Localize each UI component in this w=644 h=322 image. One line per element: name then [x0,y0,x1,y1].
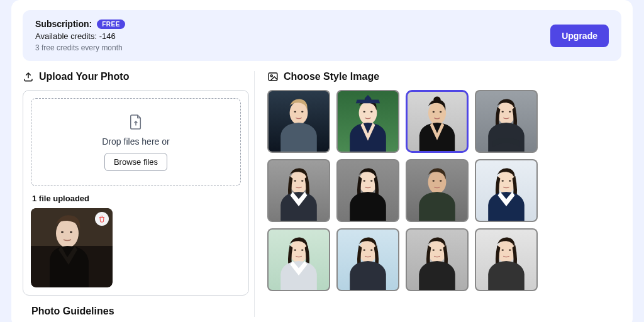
svg-point-6 [270,75,272,77]
svg-point-3 [61,231,64,233]
svg-point-52 [440,249,441,250]
browse-files-button[interactable]: Browse files [104,153,167,171]
style-extra-3[interactable] [475,228,538,291]
choose-style-title: Choose Style Image [267,71,621,82]
svg-point-28 [301,180,303,181]
style-athletic[interactable] [406,90,469,153]
choose-style-title-text: Choose Style Image [284,71,379,82]
image-icon [267,71,279,82]
svg-point-56 [509,249,511,250]
svg-point-39 [502,180,504,181]
svg-point-44 [301,249,303,250]
style-extra-2[interactable] [406,228,469,291]
svg-point-2 [56,219,79,248]
svg-point-48 [370,249,372,250]
style-military[interactable] [406,159,469,222]
svg-point-15 [370,111,372,112]
upload-title: Upload Your Photo [23,71,249,82]
svg-rect-5 [269,73,277,80]
svg-point-4 [70,231,72,233]
svg-point-20 [440,111,441,113]
svg-point-55 [502,249,504,250]
upload-title-text: Upload Your Photo [39,71,129,82]
svg-point-36 [440,180,441,181]
style-black-top[interactable] [336,159,399,222]
style-business-2[interactable] [267,159,330,222]
style-graduation[interactable] [336,90,399,153]
svg-point-40 [509,180,511,181]
uploaded-count-label: 1 file uploaded [32,194,241,203]
dropzone[interactable]: Drop files here or Browse files [31,98,241,186]
svg-point-35 [433,180,435,181]
svg-point-18 [433,97,440,103]
file-upload-icon [129,114,143,130]
style-grid [267,90,621,291]
style-blazer-1[interactable] [475,159,538,222]
svg-point-14 [364,111,365,112]
upload-icon [23,71,34,82]
svg-point-47 [364,249,365,250]
svg-point-27 [294,180,296,181]
credits-line: Available credits: -146 [35,31,125,41]
svg-point-24 [509,111,511,112]
trash-icon [98,215,106,223]
subscription-label: Subscription: [35,19,92,29]
svg-point-31 [364,180,365,181]
svg-point-9 [294,111,296,112]
upload-panel: Drop files here or Browse files 1 file u… [23,90,249,296]
delete-upload-button[interactable] [95,212,109,226]
svg-point-32 [370,180,372,181]
svg-point-19 [433,111,435,113]
svg-point-23 [502,111,504,112]
uploaded-thumbnail [31,208,113,287]
credits-refresh-note: 3 free credits every month [35,43,125,52]
style-business-1[interactable] [475,90,538,153]
photo-guidelines-heading: Photo Guidelines [31,306,249,317]
svg-point-51 [433,249,435,250]
svg-point-10 [301,111,303,112]
style-extra-1[interactable] [336,228,399,291]
drop-text: Drop files here or [102,136,169,147]
svg-point-43 [294,249,296,250]
style-armor[interactable] [267,90,330,153]
subscription-card: Subscription: FREE Available credits: -1… [23,10,621,61]
plan-badge: FREE [97,19,125,29]
style-blazer-2[interactable] [267,228,330,291]
upgrade-button[interactable]: Upgrade [550,25,609,47]
